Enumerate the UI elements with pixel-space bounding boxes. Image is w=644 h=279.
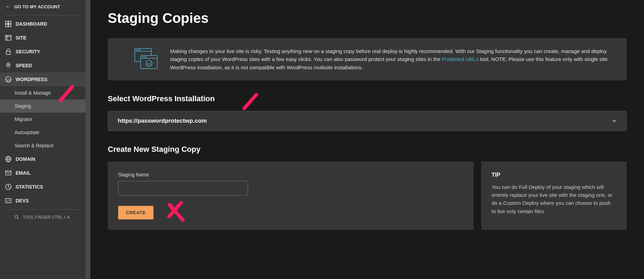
nav-sub-label: Migrator [15,116,32,122]
scrollbar[interactable] [86,0,90,279]
svg-rect-1 [9,21,11,24]
staging-illustration-icon [122,48,170,70]
tool-finder-label: TOOL FINDER CTRL + K [23,215,70,220]
nav-label: DEVS [16,198,29,203]
select-section-title: Select WordPress Installation [108,94,627,103]
svg-rect-4 [6,35,11,40]
sidebar-item-devs[interactable]: DEVS [0,194,86,208]
svg-point-8 [8,64,9,66]
svg-line-17 [18,218,19,219]
sidebar-sub-install-manage[interactable]: Install & Manage [0,86,86,99]
nav-sub-label: Autoupdate [15,130,39,135]
svg-point-27 [145,56,146,57]
arrow-left-icon: ← [5,3,11,10]
sidebar-item-domain[interactable]: DOMAIN [0,152,86,166]
sidebar-item-speed[interactable]: SPEED [0,59,86,72]
wordpress-icon [5,76,11,82]
chart-icon [5,184,11,190]
create-button[interactable]: CREATE [118,206,153,219]
sidebar-sub-search-replace[interactable]: Search & Replace [0,139,86,152]
svg-rect-3 [9,24,11,27]
divider [5,15,80,15]
site-icon [5,35,11,41]
rocket-icon [5,62,11,69]
nav-label: SITE [16,35,26,41]
create-section: Staging Name CREATE TIP You can do Full … [108,162,627,230]
nav-sub-label: Staging [15,103,31,109]
svg-point-22 [140,50,140,50]
nav-label: EMAIL [16,170,31,176]
nav-sub-label: Install & Manage [15,90,51,96]
installation-select[interactable]: https://passwordprotectwp.com [108,111,627,131]
sidebar-item-site[interactable]: SITE [0,31,86,45]
svg-point-21 [138,50,139,50]
sidebar-item-wordpress[interactable]: WORDPRESS [0,72,86,86]
selected-installation: https://passwordprotectwp.com [118,117,207,124]
tip-title: TIP [492,172,616,178]
nav-label: WORDPRESS [16,77,47,82]
nav-label: SECURITY [16,49,40,54]
sidebar-item-dashboard[interactable]: DASHBOARD [0,17,86,31]
svg-point-26 [144,56,144,57]
nav-label: DOMAIN [16,156,35,162]
svg-rect-2 [6,24,8,27]
page-title: Staging Copies [108,10,627,26]
create-section-title: Create New Staging Copy [108,145,627,154]
email-icon [5,170,11,176]
go-to-account-label: GO TO MY ACCOUNT [14,4,60,9]
divider [5,209,80,210]
create-form: Staging Name CREATE [108,162,474,230]
svg-rect-13 [6,171,11,175]
svg-rect-0 [6,21,8,24]
lock-icon [5,49,11,55]
sidebar-sub-autoupdate[interactable]: Autoupdate [0,126,86,139]
svg-point-16 [15,216,18,218]
tip-text: You can do Full Deploy of your staging w… [492,183,616,215]
staging-name-input[interactable] [118,181,248,195]
svg-point-20 [136,50,137,50]
sidebar-sub-migrator[interactable]: Migrator [0,113,86,126]
sidebar-item-email[interactable]: EMAIL [0,166,86,180]
nav-label: SPEED [16,63,32,68]
sidebar-item-security[interactable]: SECURITY [0,45,86,59]
svg-point-25 [142,56,143,57]
dashboard-icon [5,21,11,27]
svg-rect-7 [6,51,10,54]
tip-box: TIP You can do Full Deploy of your stagi… [481,162,627,230]
go-to-account-link[interactable]: ← GO TO MY ACCOUNT [0,0,86,13]
info-box: Making changes to your live site is risk… [108,38,627,80]
sidebar-sub-staging[interactable]: Staging [0,99,86,113]
nav-label: STATISTICS [16,184,43,190]
staging-name-label: Staging Name [118,172,463,177]
nav-label: DASHBOARD [16,21,47,27]
globe-icon [5,156,11,162]
info-text: Making changes to your live site is risk… [170,47,613,71]
search-icon [15,215,19,220]
sidebar: ← GO TO MY ACCOUNT DASHBOARD SITE SECURI… [0,0,86,279]
tool-finder[interactable]: TOOL FINDER CTRL + K [0,211,86,223]
nav-sub-label: Search & Replace [15,143,54,148]
main-content: Staging Copies Making changes to your li… [90,0,644,279]
chevron-down-icon [612,119,617,123]
sidebar-item-statistics[interactable]: STATISTICS [0,180,86,194]
code-icon [5,198,11,204]
protected-urls-link[interactable]: Protected URLs [442,56,478,62]
